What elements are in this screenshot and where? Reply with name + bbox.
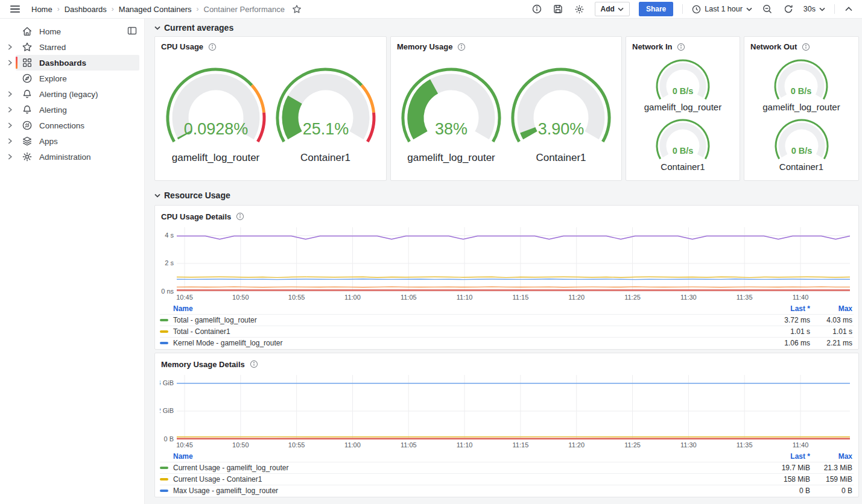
x-axis-tick-label: 11:30 — [680, 441, 697, 449]
sidebar-item-label: Alerting (legacy) — [39, 90, 98, 99]
series-color-dash[interactable] — [160, 478, 168, 480]
series-max-value: 1.01 s — [810, 327, 854, 336]
series-max-value: 159 MiB — [810, 475, 854, 484]
x-axis-tick-label: 10:50 — [232, 294, 249, 301]
y-axis-tick-label: 4 s — [165, 232, 174, 239]
x-axis-tick-label: 10:45 — [176, 294, 193, 301]
series-line — [177, 279, 850, 280]
panel-header-cpu-usage-details[interactable]: CPU Usage Details — [160, 209, 854, 224]
series-color-dash[interactable] — [160, 490, 168, 492]
toolbar-divider — [834, 4, 835, 14]
legend-row: Kernel Mode - gamelift_log_router1.06 ms… — [160, 337, 854, 348]
gauge-label: gamelift_log_router — [172, 152, 260, 164]
series-name[interactable]: Total - gamelift_log_router — [173, 316, 763, 324]
legend-sort-name[interactable]: Name — [160, 452, 763, 461]
legend-sort-name[interactable]: Name — [160, 304, 763, 313]
chevron-right-icon[interactable] — [4, 154, 16, 160]
memory-chart-legend: NameLast *MaxCurrent Usage - gamelift_lo… — [160, 451, 854, 496]
info-icon[interactable] — [802, 43, 810, 51]
chevron-right-icon[interactable] — [4, 44, 16, 50]
refresh-icon[interactable] — [782, 3, 794, 15]
hamburger-menu-icon[interactable] — [8, 2, 22, 16]
info-icon[interactable] — [250, 360, 258, 368]
memory-usage-details-chart[interactable]: 10:4510:5010:5511:0011:0511:1011:1511:20… — [160, 371, 854, 451]
info-icon[interactable] — [677, 43, 685, 51]
series-color-dash[interactable] — [160, 330, 168, 333]
gauge-Container1: 0 B/sContainer1 — [653, 118, 713, 172]
breadcrumb-item[interactable]: Home — [31, 5, 52, 14]
info-icon[interactable] — [208, 43, 217, 51]
kiosk-caret-up-icon[interactable] — [844, 5, 854, 13]
panel-header-network-in[interactable]: Network In — [626, 37, 740, 52]
legend-row: Total - gamelift_log_router3.72 ms4.03 m… — [160, 314, 854, 326]
share-button[interactable]: Share — [639, 2, 673, 16]
series-name[interactable]: Current Usage - gamelift_log_router — [173, 464, 763, 472]
series-max-value: 0 B — [810, 487, 854, 495]
y-axis-tick-label: 4 GiB — [160, 379, 174, 386]
sidebar-item-alerting[interactable]: Alerting — [4, 102, 139, 118]
breadcrumb-item[interactable]: Dashboards — [65, 5, 107, 14]
sidebar-item-starred[interactable]: Starred — [4, 39, 139, 55]
info-icon[interactable] — [236, 212, 244, 221]
legend-sort-max[interactable]: Max — [810, 304, 854, 313]
chevron-right-icon[interactable] — [4, 91, 16, 97]
series-color-dash[interactable] — [160, 467, 168, 469]
panel-memory-usage-details: Memory Usage Details 10:4510:5010:5511:0… — [154, 353, 859, 497]
panel-header-memory-usage-details[interactable]: Memory Usage Details — [160, 357, 854, 371]
chevron-right-icon[interactable] — [4, 60, 16, 66]
section-current-averages[interactable]: Current averages — [154, 21, 859, 34]
time-range-picker[interactable]: Last 1 hour — [692, 5, 752, 14]
sidebar-item-home[interactable]: Home — [4, 24, 139, 39]
chevron-down-icon — [746, 7, 752, 11]
cpu-usage-details-chart[interactable]: 10:4510:5010:5511:0011:0511:1011:1511:20… — [160, 224, 854, 303]
dashboard-settings-icon[interactable] — [573, 3, 586, 16]
series-color-dash[interactable] — [160, 319, 168, 321]
sidebar-item-label: Apps — [39, 137, 58, 146]
gauge-gamelift_log_router: 0 B/sgamelift_log_router — [762, 58, 840, 112]
apps-grid-icon — [22, 57, 33, 68]
add-button[interactable]: Add — [595, 2, 630, 16]
chevron-right-icon[interactable] — [4, 107, 16, 113]
breadcrumb-item[interactable]: Managed Containers — [119, 5, 192, 14]
sidebar-item-administration[interactable]: Administration — [4, 149, 139, 165]
legend-sort-max[interactable]: Max — [810, 452, 854, 461]
panel-cpu-usage: CPU Usage 0.0928%gamelift_log_router25.1… — [154, 36, 387, 181]
series-name[interactable]: Current Usage - Container1 — [173, 475, 763, 484]
gauge-value: 0 B/s — [791, 146, 812, 156]
info-icon[interactable] — [457, 43, 466, 51]
chevron-right-icon[interactable] — [4, 122, 16, 128]
sidebar-item-connections[interactable]: Connections — [4, 118, 139, 133]
series-last-value: 158 MiB — [763, 475, 810, 484]
save-dashboard-icon[interactable] — [552, 3, 564, 15]
refresh-interval-picker[interactable]: 30s — [803, 5, 825, 13]
series-name[interactable]: Max Usage - gamelift_log_router — [173, 487, 763, 495]
series-name[interactable]: Total - Container1 — [173, 327, 763, 336]
x-axis-tick-label: 11:00 — [344, 294, 361, 301]
chevron-right-icon[interactable] — [4, 138, 16, 144]
series-name[interactable]: Kernel Mode - gamelift_log_router — [173, 339, 763, 347]
breadcrumb-separator: › — [112, 5, 114, 13]
y-axis-tick-label: 2 s — [165, 259, 174, 266]
favorite-star-icon[interactable] — [292, 4, 302, 14]
y-axis-tick-label: 0 B — [163, 435, 174, 443]
dock-menu-icon[interactable] — [127, 26, 137, 36]
section-resource-usage[interactable]: Resource Usage — [154, 189, 859, 202]
panel-header-memory-usage[interactable]: Memory Usage — [391, 37, 621, 52]
toolbar-divider — [682, 4, 683, 14]
gauge-value: 0 B/s — [673, 146, 694, 156]
sidebar-item-explore[interactable]: Explore — [4, 71, 139, 86]
panel-header-network-out[interactable]: Network Out — [744, 37, 858, 52]
series-line — [177, 277, 850, 277]
sidebar-item-apps[interactable]: Apps — [4, 133, 139, 149]
sidebar-item-alerting-legacy-[interactable]: Alerting (legacy) — [4, 86, 139, 102]
gauge-label: Container1 — [779, 162, 823, 172]
series-color-dash[interactable] — [160, 342, 168, 344]
legend-sort-last[interactable]: Last * — [763, 304, 810, 313]
sidebar-item-dashboards[interactable]: Dashboards — [4, 55, 139, 71]
zoom-out-time-icon[interactable] — [761, 3, 773, 15]
dashboard-info-icon[interactable] — [531, 3, 543, 15]
panel-header-cpu-usage[interactable]: CPU Usage — [155, 37, 386, 52]
legend-row: Total - Container11.01 s1.01 s — [160, 326, 854, 337]
legend-sort-last[interactable]: Last * — [763, 452, 810, 461]
legend-header: NameLast *Max — [160, 303, 854, 314]
